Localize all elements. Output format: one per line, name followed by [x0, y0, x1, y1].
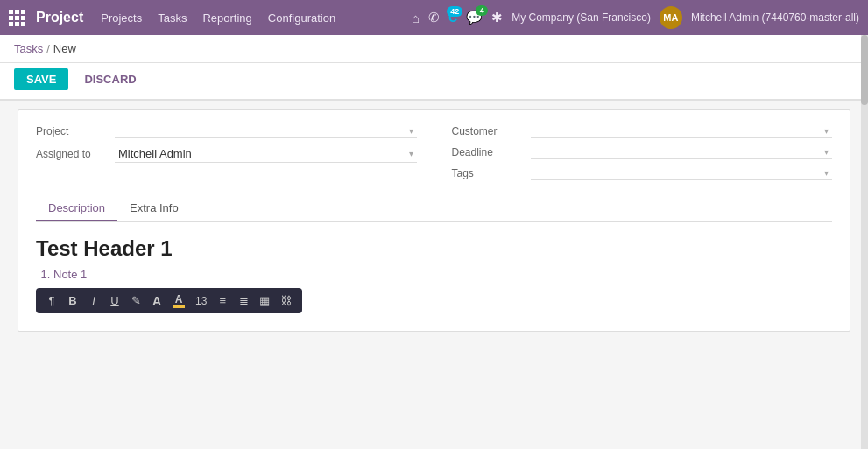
customer-input[interactable]: ▾: [531, 124, 833, 138]
tags-chevron-icon: ▾: [824, 168, 829, 178]
top-navigation: Project Projects Tasks Reporting Configu…: [0, 0, 868, 35]
assigned-to-input[interactable]: Mitchell Admin ▾: [115, 145, 417, 163]
avatar-initials: MA: [663, 12, 678, 23]
breadcrumb: Tasks / New: [0, 35, 868, 63]
tags-input[interactable]: ▾: [531, 166, 833, 180]
settings-icon[interactable]: ✱: [491, 10, 503, 25]
menu-item-tasks[interactable]: Tasks: [158, 11, 187, 25]
action-bar: SAVE DISCARD: [0, 63, 868, 100]
avatar[interactable]: MA: [660, 6, 682, 29]
messaging-icon-wrapper[interactable]: 💬 4: [466, 10, 483, 25]
customer-field: Customer ▾: [452, 124, 833, 138]
breadcrumb-separator: /: [46, 42, 50, 55]
tab-bar: Description Extra Info: [36, 196, 832, 222]
phone-icon[interactable]: ✆: [428, 10, 440, 25]
deadline-input[interactable]: ▾: [531, 145, 833, 159]
assigned-chevron-icon: ▾: [409, 149, 413, 158]
customer-chevron-icon: ▾: [824, 126, 829, 136]
highlight-bar: [173, 305, 185, 308]
assigned-label: Assigned to: [36, 148, 115, 160]
deadline-field: Deadline ▾: [452, 145, 833, 159]
editor-list: Note 1: [53, 268, 832, 281]
scrollbar-thumb[interactable]: [861, 35, 868, 105]
highlight-icon[interactable]: A: [169, 291, 188, 310]
menu-item-projects[interactable]: Projects: [101, 11, 142, 25]
tab-description[interactable]: Description: [36, 196, 117, 221]
highlight-a: A: [175, 293, 183, 305]
breadcrumb-parent[interactable]: Tasks: [14, 42, 43, 55]
discard-button[interactable]: DISCARD: [75, 68, 145, 90]
italic-button[interactable]: I: [85, 292, 102, 309]
menu-item-reporting[interactable]: Reporting: [202, 11, 251, 25]
paragraph-icon[interactable]: ¶: [43, 292, 60, 309]
link-icon[interactable]: ⛓: [277, 292, 295, 309]
customer-label: Customer: [452, 125, 531, 137]
deadline-label: Deadline: [452, 146, 531, 158]
messaging-badge: 4: [476, 5, 488, 16]
tags-label: Tags: [452, 167, 531, 179]
scrollbar[interactable]: [861, 35, 868, 449]
save-button[interactable]: SAVE: [14, 68, 68, 90]
editor-toolbar: ¶ B I U ✎ A A 13 ≡ ≣ ▦ ⛓: [36, 288, 302, 313]
project-label: Project: [36, 125, 115, 137]
main-menu: Projects Tasks Reporting Configuration: [101, 11, 401, 25]
assigned-value: Mitchell Admin: [118, 147, 192, 160]
breadcrumb-current: New: [53, 42, 76, 55]
apps-grid-icon[interactable]: [9, 10, 25, 26]
company-label: My Company (San Francisco): [512, 11, 651, 24]
assigned-to-field: Assigned to Mitchell Admin ▾: [36, 145, 417, 163]
bold-button[interactable]: B: [64, 292, 81, 309]
menu-item-configuration[interactable]: Configuration: [268, 11, 335, 25]
project-input[interactable]: ▾: [115, 124, 417, 138]
home-icon[interactable]: ⌂: [412, 11, 420, 25]
main-content: Project ▾ Assigned to Mitchell Admin ▾: [0, 101, 868, 441]
discuss-badge: 42: [447, 6, 462, 17]
underline-button[interactable]: U: [106, 292, 123, 309]
unordered-list-icon[interactable]: ≡: [214, 292, 231, 309]
ordered-list-icon[interactable]: ≣: [235, 292, 252, 309]
topnav-right-area: ⌂ ✆ C 42 💬 4 ✱ My Company (San Francisco…: [412, 6, 859, 29]
form-right-col: Customer ▾ Deadline ▾ Tags: [452, 124, 833, 187]
pencil-icon[interactable]: ✎: [127, 292, 145, 309]
tab-extra-info[interactable]: Extra Info: [117, 196, 191, 221]
deadline-chevron-icon: ▾: [824, 147, 829, 157]
app-title: Project: [36, 10, 83, 25]
project-field: Project ▾: [36, 124, 417, 138]
user-label: Mitchell Admin (7440760-master-all): [691, 11, 859, 24]
font-a-button[interactable]: A: [148, 292, 166, 310]
form-left-col: Project ▾ Assigned to Mitchell Admin ▾: [36, 124, 417, 187]
table-icon[interactable]: ▦: [256, 292, 273, 309]
discuss-icon-wrapper[interactable]: C 42: [448, 11, 457, 25]
editor-content[interactable]: Test Header 1 Note 1 ¶ B I U ✎ A A 13 ≡ …: [36, 233, 832, 313]
editor-heading: Test Header 1: [36, 236, 832, 261]
tags-field: Tags ▾: [452, 166, 833, 180]
form-card: Project ▾ Assigned to Mitchell Admin ▾: [18, 109, 850, 332]
project-chevron-icon: ▾: [409, 126, 413, 136]
form-fields-row: Project ▾ Assigned to Mitchell Admin ▾: [36, 124, 832, 187]
font-size-value[interactable]: 13: [192, 293, 210, 309]
list-item: Note 1: [53, 268, 832, 281]
